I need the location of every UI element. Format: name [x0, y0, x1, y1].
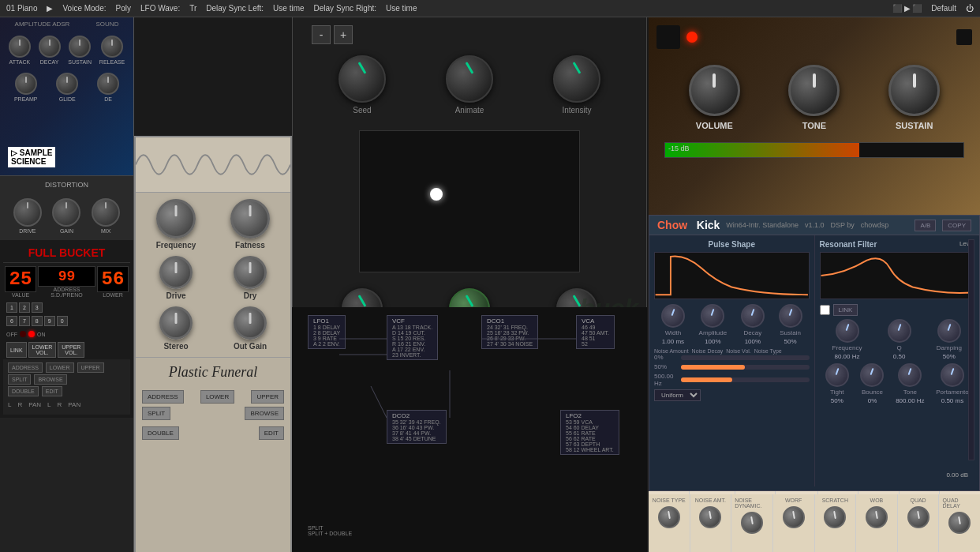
delay-sync-left-value[interactable]: Use time — [273, 4, 304, 13]
xy-pad[interactable] — [359, 130, 580, 272]
fb-btn-0[interactable]: 0 — [57, 316, 68, 326]
delay-sync-right-value[interactable]: Use time — [386, 4, 417, 13]
fb-btn-2[interactable]: 2 — [19, 302, 30, 313]
fb-upper-vol-btn[interactable]: UPPERVOL. — [58, 342, 84, 358]
tight-knob[interactable] — [825, 363, 849, 387]
iv-quad-delay-knob[interactable] — [948, 512, 971, 534]
dry-knob[interactable] — [234, 256, 267, 289]
ck-link-checkbox[interactable] — [820, 305, 830, 315]
fb-btn-7[interactable]: 7 — [19, 316, 30, 326]
tone-knob[interactable] — [788, 65, 840, 116]
intensity-knob[interactable] — [553, 55, 600, 103]
fb-lower-vol-btn[interactable]: LOWERVOL. — [28, 342, 57, 358]
animate-knob[interactable] — [446, 55, 493, 103]
pf-address-btn[interactable]: ADDRESS — [142, 390, 184, 404]
drive-knob-pf[interactable] — [159, 256, 193, 289]
frequency-group: Frequency — [142, 199, 210, 250]
attack-knob[interactable] — [9, 36, 31, 58]
sustain-knob-ck[interactable] — [779, 304, 802, 328]
distortion-section: DISTORTION DRIVE GAIN MIX — [0, 175, 133, 240]
double-btn[interactable]: DOUBLE — [8, 386, 39, 396]
amplitude-knob[interactable] — [701, 304, 724, 328]
top-bar: 01 Piano ▶ Voice Mode: Poly LFO Wave: Tr… — [0, 0, 980, 17]
upper-btn[interactable]: UPPER — [77, 362, 104, 373]
volume-knob[interactable] — [689, 65, 740, 116]
decay-param: Decay 100% — [741, 304, 765, 345]
pan-r2: R — [58, 401, 62, 408]
chow-label: Chow — [657, 219, 687, 231]
guitar-connector — [656, 25, 680, 49]
decay-label-ck: Decay — [744, 329, 762, 336]
slider-0pct[interactable] — [681, 355, 810, 360]
pf-split-btn[interactable]: SPLIT — [142, 407, 170, 420]
ck-resonant-filter: Resonant Filter Level LINK — [815, 235, 980, 486]
slider-50pct[interactable] — [681, 365, 810, 370]
de-knob[interactable] — [97, 73, 119, 95]
fb-link-btn[interactable]: LINK — [6, 342, 27, 358]
iv-noise-amt-knob[interactable] — [699, 506, 721, 528]
fb-number-buttons: 1 2 3 — [3, 301, 130, 314]
res-freq-knob[interactable] — [836, 319, 859, 343]
iv-worf-knob[interactable] — [783, 506, 805, 528]
iv-noise-amt-section: NOISE AMT. — [690, 494, 732, 552]
out-gain-knob[interactable] — [234, 306, 267, 340]
drive-knob[interactable] — [13, 198, 42, 227]
guitar-btn1[interactable] — [956, 29, 972, 45]
decay-knob[interactable] — [39, 36, 61, 58]
minus-button[interactable]: - — [312, 25, 331, 44]
iv-noise-dynamic-knob[interactable] — [741, 512, 763, 534]
pf-upper-btn[interactable]: UPPER — [251, 390, 284, 404]
bounce-knob[interactable] — [860, 363, 884, 387]
edit-btn[interactable]: EDIT — [42, 386, 62, 396]
pf-browse-btn[interactable]: BROWSE — [245, 407, 284, 420]
mix-knob[interactable] — [92, 198, 120, 227]
pf-lower-btn[interactable]: LOWER — [200, 390, 234, 404]
release-knob[interactable] — [101, 36, 123, 58]
addr-btn[interactable]: ADDRESS — [8, 362, 43, 373]
glide-knob[interactable] — [56, 73, 78, 95]
plus-button[interactable]: + — [334, 25, 353, 44]
ck-link-button[interactable]: LINK — [833, 304, 858, 316]
tight-label: Tight — [830, 389, 844, 396]
pf-knobs: Frequency Fatness Drive Dry Stereo Out G… — [136, 193, 290, 357]
guitar-sustain-knob[interactable] — [888, 65, 940, 116]
frequency-knob[interactable] — [156, 199, 196, 238]
power-icon[interactable]: ⏻ — [966, 4, 974, 13]
ck-copy-button[interactable]: COPY — [942, 220, 971, 231]
fb-btn-3[interactable]: 3 — [32, 302, 43, 313]
split-btn[interactable]: SPLIT — [8, 374, 31, 385]
slider-500hz[interactable] — [681, 377, 810, 382]
noise-type-dropdown[interactable]: Uniform — [654, 389, 701, 401]
fb-btn-6[interactable]: 6 — [6, 316, 17, 326]
stereo-knob[interactable] — [159, 306, 193, 340]
fatness-knob[interactable] — [230, 199, 270, 238]
damping-knob[interactable] — [937, 319, 961, 343]
gain-knob[interactable] — [52, 198, 80, 227]
tone-knob-ck[interactable] — [898, 363, 922, 387]
lower-btn[interactable]: LOWER — [46, 362, 74, 373]
q-knob[interactable] — [888, 319, 911, 343]
seed-knob[interactable] — [339, 55, 386, 103]
fb-btn-1[interactable]: 1 — [6, 302, 17, 313]
pf-double-btn[interactable]: DOUBLE — [142, 426, 179, 440]
ck-panels: Pulse Shape Width 1.00 ms — [649, 235, 979, 486]
fb-btn-9[interactable]: 9 — [44, 316, 55, 326]
ck-pulse-title: Pulse Shape — [654, 240, 810, 249]
width-knob[interactable] — [661, 304, 685, 328]
ck-slider-0pct: 0% — [654, 354, 810, 361]
decay-knob-ck[interactable] — [741, 304, 765, 328]
delay-sync-right-label: Delay Sync Right: — [314, 4, 376, 13]
iv-quad-delay-label: QUAD DELAY — [942, 498, 977, 509]
iv-wob-knob[interactable] — [866, 506, 888, 528]
browse-btn[interactable]: BROWSE — [34, 374, 66, 385]
ck-ab-button[interactable]: A/B — [915, 220, 936, 231]
preamp-knob[interactable] — [15, 73, 37, 95]
iv-quad-knob[interactable] — [907, 506, 930, 528]
iv-scratch-knob[interactable] — [824, 506, 846, 528]
pf-edit-btn[interactable]: EDIT — [259, 426, 284, 440]
iv-noise-type-knob[interactable] — [658, 506, 680, 528]
fb-btn-8[interactable]: 8 — [32, 316, 43, 326]
guitar-sustain-group: SUSTAIN — [888, 65, 940, 130]
portamento-knob[interactable] — [941, 363, 964, 387]
sustain-knob[interactable] — [69, 36, 91, 58]
